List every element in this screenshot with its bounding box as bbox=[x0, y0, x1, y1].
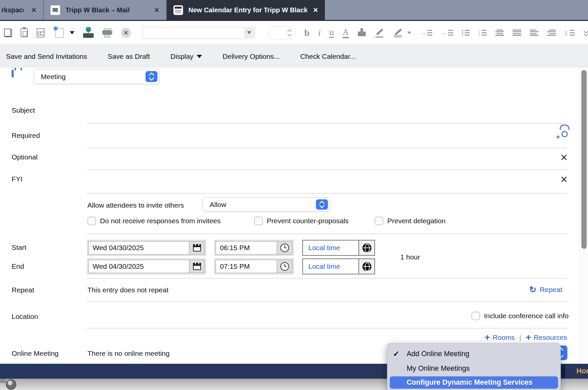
home-link[interactable]: Hom bbox=[576, 367, 588, 375]
font-name-dropdown-icon[interactable] bbox=[245, 28, 254, 38]
timezone-globe-icon[interactable] bbox=[358, 259, 374, 274]
prevent-delegation-checkbox[interactable] bbox=[375, 217, 383, 225]
entry-type-value: Meeting bbox=[41, 73, 66, 81]
font-name-combobox[interactable] bbox=[142, 27, 255, 39]
repeat-link[interactable]: ↻ Repeat bbox=[529, 286, 562, 294]
add-rooms-link[interactable]: +Rooms bbox=[485, 334, 515, 341]
plus-icon: + bbox=[485, 334, 490, 341]
indent-icon[interactable]: → bbox=[420, 29, 432, 36]
timezone-globe-icon[interactable] bbox=[358, 241, 374, 255]
end-date-group: Wed 04/30/2025 bbox=[87, 258, 206, 274]
add-resources-link[interactable]: +Resources bbox=[526, 334, 567, 341]
start-time-input[interactable]: 06:15 PM bbox=[216, 241, 277, 254]
bold-icon[interactable]: b bbox=[304, 28, 310, 38]
more-tools-icon[interactable] bbox=[583, 29, 588, 37]
start-timezone-value[interactable]: Local time bbox=[303, 241, 358, 255]
time-picker-icon[interactable] bbox=[277, 260, 292, 273]
conference-call-option: Include conference call info bbox=[471, 312, 569, 320]
prevent-counter-label: Prevent counter-proposals bbox=[267, 217, 348, 225]
format-paint-icon[interactable] bbox=[357, 28, 366, 38]
new-document-dropdown-icon[interactable] bbox=[70, 31, 74, 34]
clear-optional-icon[interactable]: ✕ bbox=[560, 153, 568, 162]
menu-item-my-online-meetings[interactable]: My Online Meetings bbox=[387, 361, 560, 376]
close-icon[interactable]: ✕ bbox=[31, 6, 37, 14]
required-attendees-input[interactable] bbox=[87, 124, 552, 147]
time-picker-icon[interactable] bbox=[277, 241, 292, 254]
fyi-label: FYI bbox=[12, 175, 23, 183]
end-date-input[interactable]: Wed 04/30/2025 bbox=[88, 260, 189, 273]
check-calendar-button[interactable]: Check Calendar... bbox=[300, 52, 356, 60]
copy-icon[interactable] bbox=[4, 29, 12, 37]
numbered-list-icon[interactable]: 1 2 3 bbox=[478, 29, 486, 36]
vertical-scrollbar[interactable] bbox=[580, 68, 588, 364]
start-date-input[interactable]: Wed 04/30/2025 bbox=[88, 241, 189, 254]
location-input[interactable] bbox=[87, 303, 466, 328]
menu-item-add-online-meeting[interactable]: ✓ Add Online Meeting bbox=[387, 346, 560, 361]
no-responses-checkbox[interactable] bbox=[87, 217, 96, 225]
delete-icon[interactable]: ✕ bbox=[121, 28, 131, 38]
justify-icon[interactable] bbox=[513, 30, 521, 36]
underline-icon[interactable]: u bbox=[329, 28, 334, 38]
repeat-icon: ↻ bbox=[529, 286, 537, 293]
rooms-resources-row: +Rooms | +Resources bbox=[458, 334, 567, 341]
highlighter-dropdown-icon[interactable] bbox=[407, 32, 411, 34]
fyi-attendees-input[interactable] bbox=[87, 170, 552, 193]
start-label: Start bbox=[12, 244, 26, 251]
delivery-options-label: Delivery Options... bbox=[223, 52, 280, 60]
entry-type-calendar-icon bbox=[12, 71, 14, 77]
tab-workspace[interactable]: rkspace ✕ bbox=[0, 0, 44, 20]
display-menu-button[interactable]: Display bbox=[170, 52, 202, 60]
network-globe-icon[interactable] bbox=[6, 379, 16, 390]
start-date-group: Wed 04/30/2025 bbox=[87, 240, 206, 256]
select-stepper-icon[interactable] bbox=[146, 71, 157, 82]
new-document-icon[interactable]: ✳ bbox=[55, 28, 64, 38]
prevent-delegation-option: Prevent delegation bbox=[375, 217, 445, 225]
online-meeting-label: Online Meeting bbox=[12, 349, 58, 357]
divider bbox=[87, 278, 567, 279]
menu-item-configure-dynamic-meeting-services[interactable]: Configure Dynamic Meeting Services bbox=[390, 376, 558, 389]
clear-fyi-icon[interactable]: ✕ bbox=[560, 175, 568, 184]
end-timezone-value[interactable]: Local time bbox=[303, 259, 358, 274]
subject-input[interactable] bbox=[87, 100, 567, 123]
repeat-link-label: Repeat bbox=[540, 286, 562, 294]
outdent-icon[interactable]: ← bbox=[441, 29, 453, 36]
close-icon[interactable]: ✕ bbox=[154, 6, 159, 14]
divider bbox=[87, 193, 567, 194]
paste-icon[interactable] bbox=[21, 28, 28, 37]
end-time-group: 07:15 PM bbox=[214, 258, 294, 274]
align-left-icon[interactable] bbox=[530, 30, 539, 36]
align-center-icon[interactable] bbox=[495, 30, 504, 36]
conference-call-checkbox[interactable] bbox=[471, 312, 480, 320]
optional-attendees-input[interactable] bbox=[87, 148, 552, 169]
close-icon[interactable]: ✕ bbox=[313, 6, 318, 14]
font-size-stepper[interactable] bbox=[268, 27, 296, 39]
prevent-counter-checkbox[interactable] bbox=[254, 217, 263, 225]
required-label: Required bbox=[12, 132, 40, 140]
repeat-label: Repeat bbox=[12, 286, 34, 294]
invite-others-select[interactable]: Allow bbox=[203, 197, 330, 212]
italic-icon[interactable]: i bbox=[318, 28, 321, 38]
print-icon[interactable] bbox=[102, 28, 112, 38]
stepper-chevrons-icon bbox=[287, 30, 291, 36]
save-and-send-button[interactable]: Save and Send Invitations bbox=[6, 52, 87, 60]
text-color-icon[interactable]: A bbox=[343, 28, 349, 38]
line-spacing-icon[interactable]: ↕ bbox=[564, 29, 575, 37]
entry-type-select[interactable]: Meeting bbox=[34, 69, 159, 84]
highlighter-icon[interactable] bbox=[393, 28, 403, 38]
divider bbox=[87, 301, 567, 302]
date-picker-icon[interactable] bbox=[189, 241, 205, 254]
pen-icon[interactable] bbox=[375, 28, 385, 38]
save-icon[interactable] bbox=[83, 28, 94, 38]
select-stepper-icon[interactable] bbox=[316, 199, 328, 210]
date-picker-icon[interactable] bbox=[189, 260, 205, 273]
end-time-input[interactable]: 07:15 PM bbox=[216, 260, 277, 273]
permalink-icon[interactable] bbox=[37, 28, 45, 38]
scrollbar-thumb[interactable] bbox=[581, 70, 587, 249]
delivery-options-button[interactable]: Delivery Options... bbox=[223, 52, 280, 60]
align-right-icon[interactable] bbox=[547, 30, 556, 36]
tab-mail[interactable]: ✉ Tripp W Black – Mail ✕ bbox=[44, 0, 167, 20]
tab-new-calendar-entry[interactable]: New Calendar Entry for Tripp W Black ✕ bbox=[167, 0, 325, 20]
online-meeting-popup-menu: ✓ Add Online Meeting My Online Meetings … bbox=[387, 343, 561, 390]
bullet-list-icon[interactable] bbox=[462, 30, 470, 36]
save-as-draft-button[interactable]: Save as Draft bbox=[108, 52, 150, 60]
